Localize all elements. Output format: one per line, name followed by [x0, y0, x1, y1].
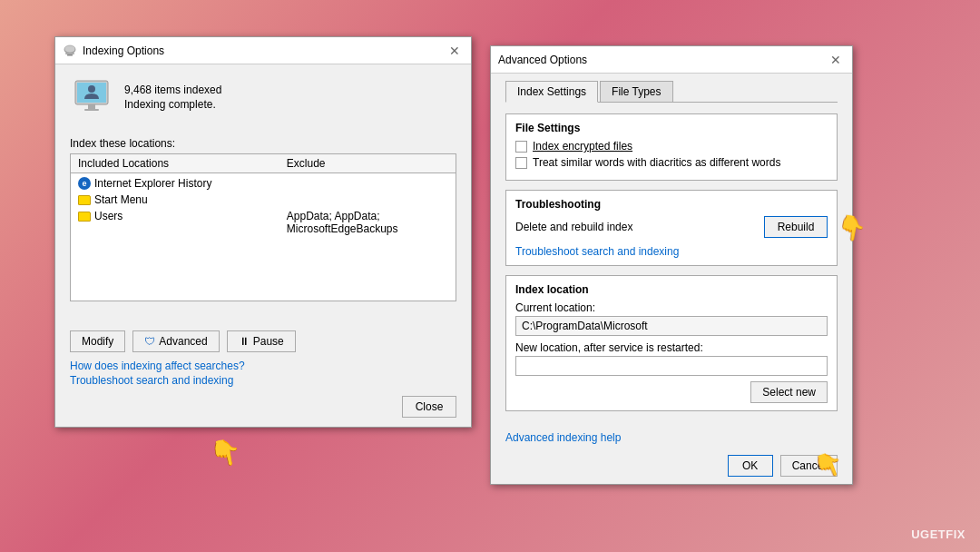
advanced-options-dialog: Advanced Options ✕ Index Settings File T…	[490, 45, 853, 485]
ok-button[interactable]: OK	[728, 455, 773, 477]
advanced-footer: OK Cancel	[491, 448, 852, 484]
exclude-cell-3: AppData; AppData; MicrosoftEdgeBackups	[279, 209, 456, 236]
file-settings-title: File Settings	[515, 122, 828, 134]
file-settings-section: File Settings Index encrypted files Trea…	[505, 113, 838, 181]
select-new-row: Select new	[515, 381, 828, 403]
svg-rect-6	[88, 104, 95, 109]
table-row: Users AppData; AppData; MicrosoftEdgeBac…	[71, 208, 456, 237]
encrypt-label: Index encrypted files	[533, 140, 632, 153]
tab-file-types[interactable]: File Types	[600, 81, 672, 102]
table-header: Included Locations Exclude	[71, 154, 456, 173]
indexing-close-button[interactable]: ✕	[446, 42, 464, 60]
how-does-link[interactable]: How does indexing affect searches?	[70, 360, 456, 372]
new-location-input[interactable]	[515, 356, 828, 376]
folder-icon	[78, 195, 91, 205]
indexing-header: 9,468 items indexed Indexing complete.	[70, 75, 456, 126]
col-included-header: Included Locations	[71, 154, 279, 172]
cursor-hand-advanced: 👇	[207, 435, 243, 470]
exclude-cell-2	[279, 192, 456, 194]
indexing-status: Indexing complete.	[124, 98, 221, 111]
svg-rect-7	[84, 109, 99, 111]
tabs-bar: Index Settings File Types	[505, 81, 838, 103]
new-location-label: New location, after service is restarted…	[515, 341, 828, 354]
troubleshoot-link-indexing[interactable]: Troubleshoot search and indexing	[70, 374, 456, 387]
svg-point-8	[88, 85, 95, 93]
tab-index-settings[interactable]: Index Settings	[505, 81, 598, 103]
rebuild-label: Delete and rebuild index	[515, 221, 632, 233]
troubleshooting-section: Troubleshooting Delete and rebuild index…	[505, 190, 838, 266]
links-section: How does indexing affect searches? Troub…	[55, 360, 471, 396]
location-cell-3: Users	[71, 209, 279, 223]
indexing-title-icon	[63, 44, 77, 58]
ie-icon: e	[78, 177, 91, 190]
folder-icon	[78, 212, 91, 222]
close-button[interactable]: Close	[402, 396, 456, 418]
indexing-footer: Modify 🛡 Advanced ⏸ Pause	[55, 323, 471, 360]
indexing-info: 9,468 items indexed Indexing complete.	[124, 84, 221, 111]
table-row: Start Menu	[71, 192, 456, 208]
table-row: e Internet Explorer History	[71, 175, 456, 192]
locations-table: Included Locations Exclude e Internet Ex…	[70, 153, 456, 301]
advanced-content: Index Settings File Types File Settings …	[491, 74, 852, 431]
pause-icon: ⏸	[239, 335, 250, 348]
col-exclude-header: Exclude	[279, 154, 456, 172]
indexing-titlebar: Indexing Options ✕	[55, 37, 471, 64]
indexing-title: Indexing Options	[63, 44, 164, 58]
index-location-title: Index location	[515, 283, 828, 296]
current-location-input	[515, 316, 828, 336]
diacritics-checkbox-row: Treat similar words with diacritics as d…	[515, 156, 828, 169]
advanced-close-button[interactable]: ✕	[827, 51, 845, 69]
encrypt-checkbox-row: Index encrypted files	[515, 140, 828, 153]
modify-button[interactable]: Modify	[70, 330, 125, 352]
shield-icon: 🛡	[144, 335, 155, 348]
encrypt-checkbox[interactable]	[515, 141, 527, 153]
advanced-button[interactable]: 🛡 Advanced	[132, 330, 219, 352]
rebuild-row: Delete and rebuild index Rebuild	[515, 216, 828, 238]
advanced-titlebar: Advanced Options ✕	[491, 46, 852, 74]
svg-rect-2	[65, 53, 74, 54]
pause-button[interactable]: ⏸ Pause	[227, 330, 296, 352]
diacritics-checkbox[interactable]	[515, 157, 527, 169]
select-new-button[interactable]: Select new	[750, 381, 828, 403]
indexing-options-dialog: Indexing Options ✕	[54, 36, 472, 428]
exclude-cell-1	[279, 176, 456, 178]
svg-point-1	[64, 45, 75, 53]
diacritics-label: Treat similar words with diacritics as d…	[533, 156, 780, 169]
troubleshoot-search-link[interactable]: Troubleshoot search and indexing	[515, 245, 679, 258]
location-cell-2: Start Menu	[71, 192, 279, 207]
troubleshooting-title: Troubleshooting	[515, 198, 828, 211]
advanced-indexing-help-link[interactable]: Advanced indexing help	[505, 431, 621, 444]
watermark: UGETFIX	[911, 527, 965, 541]
current-location-label: Current location:	[515, 301, 828, 314]
table-body: e Internet Explorer History Start Menu	[71, 173, 456, 301]
svg-rect-3	[67, 54, 73, 56]
advanced-title: Advanced Options	[498, 54, 587, 66]
rebuild-button[interactable]: Rebuild	[764, 216, 828, 238]
cursor-hand-rebuild: 👇	[835, 212, 868, 244]
items-count: 9,468 items indexed	[124, 84, 221, 96]
location-cell-1: e Internet Explorer History	[71, 176, 279, 191]
computer-icon	[70, 75, 113, 119]
advanced-link-row: Advanced indexing help	[491, 431, 852, 448]
index-location-section: Index location Current location: New loc…	[505, 275, 838, 411]
locations-section-label: Index these locations:	[70, 137, 456, 150]
